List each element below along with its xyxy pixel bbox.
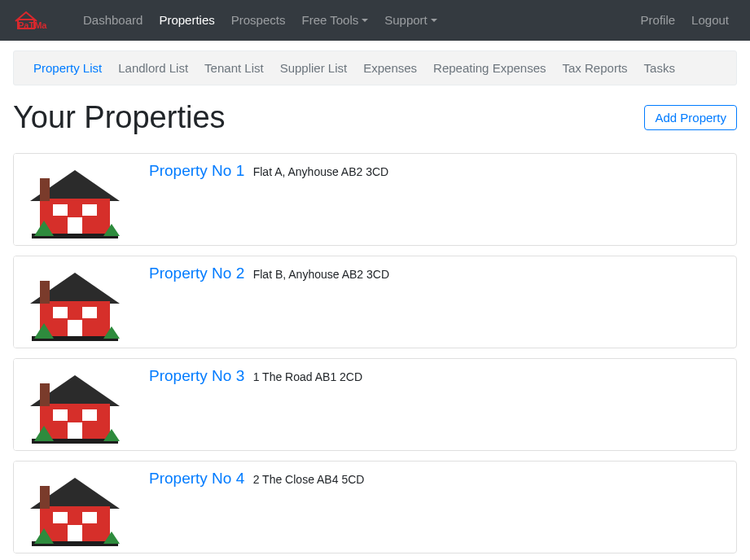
nav-free-tools-label: Free Tools [301,0,358,41]
property-address: 1 The Road AB1 2CD [253,370,362,383]
svg-rect-15 [40,281,50,304]
svg-rect-17 [82,307,97,318]
nav-right: Profile Logout [633,0,737,41]
top-navbar: PaTMa Dashboard Properties Prospects Fre… [0,0,750,41]
svg-rect-38 [68,525,82,544]
svg-rect-28 [68,422,82,441]
property-name-link[interactable]: Property No 3 [149,367,244,384]
add-property-button[interactable]: Add Property [644,105,737,130]
subnav-tax-reports[interactable]: Tax Reports [556,51,634,85]
property-name-link[interactable]: Property No 4 [149,470,244,487]
nav-support-label: Support [384,0,428,41]
property-card: Property No 4 2 The Close AB4 5CD [13,461,737,553]
property-thumbnail[interactable] [14,462,136,553]
sub-navbar: Property List Landlord List Tenant List … [13,50,737,85]
subnav-property-list[interactable]: Property List [27,51,108,85]
house-logo-icon: PaTMa [13,8,59,33]
property-thumbnail[interactable] [14,154,136,245]
nav-prospects[interactable]: Prospects [223,0,294,41]
chevron-down-icon [362,19,368,22]
chevron-down-icon [431,19,437,22]
nav-properties[interactable]: Properties [151,0,222,41]
subnav-expenses[interactable]: Expenses [357,51,423,85]
property-address: Flat B, Anyhouse AB2 3CD [253,268,389,281]
svg-rect-27 [82,409,97,421]
property-address: 2 The Close AB4 5CD [253,473,365,486]
property-address: Flat A, Anyhouse AB2 3CD [253,165,389,178]
nav-free-tools[interactable]: Free Tools [293,0,376,41]
property-card-body: Property No 2 Flat B, Anyhouse AB2 3CD [136,256,736,348]
property-card: Property No 1 Flat A, Anyhouse AB2 3CD [13,153,737,246]
property-thumbnail[interactable] [14,256,136,348]
svg-rect-26 [53,409,68,421]
property-card: Property No 2 Flat B, Anyhouse AB2 3CD [13,256,737,348]
svg-rect-5 [40,178,50,201]
property-name-link[interactable]: Property No 1 [149,162,244,179]
nav-profile[interactable]: Profile [633,0,684,41]
subnav-repeating-expenses[interactable]: Repeating Expenses [427,51,552,85]
svg-text:PaTMa: PaTMa [18,20,47,30]
svg-rect-36 [53,512,68,523]
nav-support[interactable]: Support [376,0,445,41]
svg-rect-37 [82,512,97,523]
property-card: Property No 3 1 The Road AB1 2CD [13,358,737,451]
subnav-tasks[interactable]: Tasks [638,51,682,85]
svg-rect-16 [53,307,68,318]
property-thumbnail[interactable] [14,359,136,450]
svg-rect-8 [68,217,82,236]
svg-rect-7 [82,204,97,216]
property-card-body: Property No 3 1 The Road AB1 2CD [136,359,736,450]
page-title: Your Properties [13,100,226,135]
brand-logo[interactable]: PaTMa [13,8,59,33]
svg-rect-18 [68,320,82,339]
nav-dashboard[interactable]: Dashboard [75,0,151,41]
svg-rect-6 [53,204,68,216]
page-header: Your Properties Add Property [13,100,737,135]
nav-left: Dashboard Properties Prospects Free Tool… [75,0,633,41]
svg-rect-35 [40,486,50,509]
property-card-body: Property No 1 Flat A, Anyhouse AB2 3CD [136,154,736,245]
property-name-link[interactable]: Property No 2 [149,265,244,282]
property-card-body: Property No 4 2 The Close AB4 5CD [136,462,736,553]
subnav-supplier-list[interactable]: Supplier List [274,51,354,85]
svg-rect-25 [40,383,50,406]
subnav-tenant-list[interactable]: Tenant List [198,51,270,85]
nav-logout[interactable]: Logout [683,0,737,41]
subnav-landlord-list[interactable]: Landlord List [112,51,195,85]
